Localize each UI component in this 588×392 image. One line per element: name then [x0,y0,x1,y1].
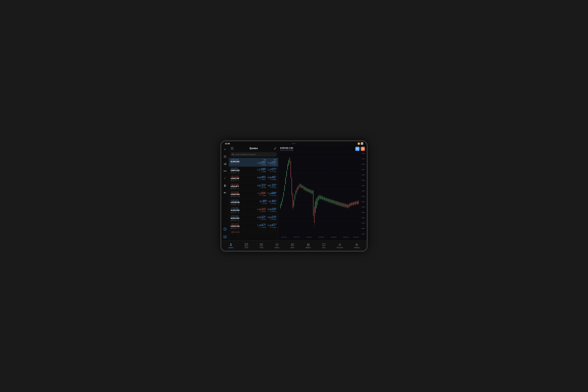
add-icon[interactable]: + [223,147,227,152]
svg-rect-60 [281,202,282,205]
svg-rect-148 [326,198,327,201]
svg-rect-68 [285,178,286,184]
nav-news-label: News [291,247,294,248]
quote-change: +272 0.43% [231,216,239,217]
nav-trade[interactable]: Trade [258,242,265,249]
svg-text:21 Dec 22:47: 21 Dec 22:47 [294,236,299,238]
status-icons: 📶 ■ [358,142,363,145]
quote-item-audusd[interactable]: +173 0.25% AUDUSD 08:45:16 ⊣5 0.68163 L:… [229,206,278,214]
quote-item-partial[interactable]: -1598 -0.16% [229,230,278,234]
nav-news[interactable]: News [289,242,296,249]
svg-rect-196 [351,203,352,206]
quote-time: 08:45:13 ⊣96 [231,196,240,198]
chart-btn-2[interactable] [361,147,365,151]
nav-chat[interactable]: Chat [321,242,327,249]
m1-icon[interactable]: M1 [223,190,227,195]
svg-rect-20 [231,148,234,148]
svg-rect-92 [298,186,298,190]
watchlist-icon[interactable] [223,227,227,232]
svg-line-33 [363,149,363,149]
svg-rect-88 [296,191,296,195]
svg-text:1.09910: 1.09910 [361,212,365,213]
svg-rect-154 [329,199,330,202]
svg-rect-21 [231,149,234,150]
nav-chart[interactable]: Chart [243,242,250,249]
chart-btn-1[interactable] [355,147,360,151]
svg-rect-30 [358,148,358,150]
quote-item-gbpusd[interactable]: +91 0.07% GBPUSD 08:45:14 ⊣2 1.27068 L: … [229,167,278,175]
svg-text:22 Dec 05:12: 22 Dec 05:12 [343,236,349,238]
svg-rect-29 [358,148,358,150]
nav-mailbox[interactable]: @ Mailbox [304,242,312,249]
add-chart-icon[interactable] [223,234,227,239]
svg-rect-132 [318,196,319,200]
quote-item-usdchf[interactable]: -118 -0.14% USDCHF 08:45:14 ⊣6 0.85451 L… [229,175,278,182]
search-bar[interactable]: enter symbol for search [230,152,277,156]
svg-rect-152 [328,199,329,202]
svg-rect-130 [317,197,318,205]
nav-chat-label: Chat [322,247,325,248]
social-icon[interactable] [223,183,227,188]
nav-quotes[interactable]: Quotes [227,242,235,249]
nav-settings[interactable]: Settings [353,242,361,249]
svg-text:1.09930: 1.09930 [361,206,365,208]
quote-item-usdcnh[interactable]: -673 -0.09% USDCNH 08:45:13 ⊣96 7.14592 … [229,190,278,198]
svg-text:1.09870: 1.09870 [361,222,365,224]
quote-item-usdjpy[interactable]: -205 -0.14% USDJPY 08:45:08 ⊣6 142.219 L… [229,182,278,190]
svg-rect-96 [300,184,300,186]
svg-rect-116 [310,190,311,193]
svg-rect-94 [299,185,299,188]
quote-item-usdcad[interactable]: -195 -0.15% USDCAD 08:45:12 ⊣6 1.32471 L… [229,222,278,230]
accounts-nav-icon [338,243,341,246]
nav-chart-label: Chart [245,247,248,248]
price-low: L: 7.14189 [260,195,266,196]
battery-icon: ■ [361,142,363,144]
svg-rect-74 [288,160,289,166]
svg-rect-156 [331,200,331,202]
svg-rect-182 [344,204,344,207]
quote-prices: 0.85451 L: 0.85417 0.85457 H: 0.85663 [257,176,276,180]
script-icon[interactable]: ƒ [223,176,227,181]
svg-rect-180 [343,203,343,206]
quote-symbol: USDJPY [231,185,239,188]
nav-history-label: History [275,247,279,248]
svg-rect-84 [294,200,294,206]
svg-rect-118 [311,190,312,193]
price-high: H: 1.32617 [270,227,276,228]
quote-item-usdrub[interactable]: +113 0.12% USDRUB 17:59:26 ⊣0 91.953 L: … [229,198,278,206]
svg-rect-100 [302,185,302,188]
mailbox-nav-icon: @ [307,243,310,246]
list-icon[interactable] [223,154,227,159]
quotes-nav-icon [229,243,233,246]
svg-text:1.10090: 1.10090 [361,164,365,165]
search-placeholder: enter symbol for search [235,153,256,156]
price-high: H: 142.361 [270,187,276,188]
svg-rect-114 [309,189,309,192]
svg-rect-142 [323,197,324,200]
svg-rect-166 [336,201,336,204]
wifi-icon: 📶 [358,142,360,145]
chart-symbol: EURUSD ▾ M1 [280,147,293,149]
quote-item-eurusd[interactable]: +135 0.12% EURUSD 08:45:13 ⊣1 bid 1.1025… [229,158,278,167]
nav-accounts[interactable]: Accounts [335,242,344,249]
edit-icon[interactable] [274,147,276,150]
quote-prices: bid 1.10253 L: 1.09998 ask 1.10254 [257,159,276,166]
quote-symbol: EURUSD [231,160,239,163]
svg-rect-176 [341,203,341,206]
svg-text:22 Dec 06:48: 22 Dec 06:48 [353,236,359,238]
svg-point-245 [356,244,357,245]
svg-rect-106 [305,187,305,190]
svg-point-12 [225,185,226,186]
svg-rect-78 [290,161,291,177]
nav-history[interactable]: History [273,242,281,249]
quote-item-nzdusd[interactable]: +272 0.43% NZDUSD 08:45:15 ⊣6 0.63227 L:… [229,214,278,222]
price-high: H: 1.10289 [270,164,276,166]
quote-prices: 1.32471 L: 1.32443 1.32477 H: 1.32617 [257,223,276,228]
chart-canvas: 1.10130 1.10110 1.10090 1.10070 1.10050 … [278,152,367,239]
svg-rect-206 [356,202,357,204]
svg-rect-5 [225,163,226,165]
chart-bar-icon[interactable] [223,162,227,166]
price-low: L: 0.85417 [260,179,266,180]
indicator-icon[interactable] [223,169,227,174]
quote-time: 08:45:13 ⊣1 [231,163,239,165]
